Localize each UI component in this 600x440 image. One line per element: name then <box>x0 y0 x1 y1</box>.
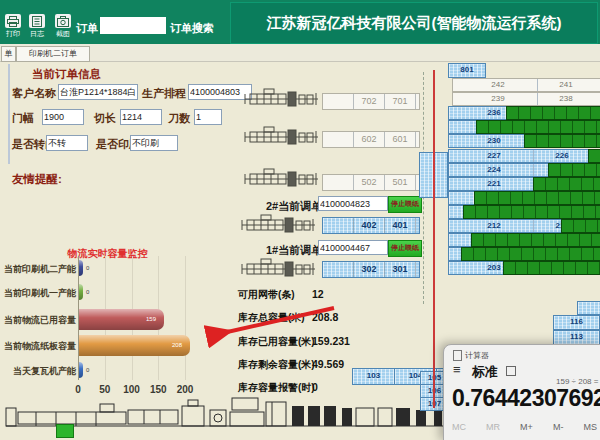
mid-lane-cell: 301 <box>385 262 416 277</box>
print-flag-field[interactable] <box>130 135 178 151</box>
schedule-field[interactable] <box>188 84 252 100</box>
lane-number: 230 <box>477 135 511 146</box>
calculator-result: 0.7644230769230769 <box>452 385 600 412</box>
chart-bar-value: 0 <box>86 265 89 271</box>
storage-lane <box>448 247 600 261</box>
memory-button-mplus[interactable]: M+ <box>520 422 533 432</box>
log-icon[interactable] <box>29 14 45 28</box>
capacity-chart: 物流实时容量监控 050100150200当前印刷机二产能0当前印刷机一产能0当… <box>0 244 238 400</box>
screenshot-icon-glyph <box>57 16 69 27</box>
order-search-button[interactable]: 订单搜索 <box>170 21 214 36</box>
chart-bar-value: 159 <box>146 316 156 322</box>
stored-board-blocks <box>506 106 600 120</box>
memory-button-mc[interactable]: MC <box>452 422 466 432</box>
chart-category-label: 当前印刷机二产能 <box>0 263 76 276</box>
memory-button-mminus[interactable]: M- <box>553 422 564 432</box>
stat-value: 49.569 <box>312 358 344 370</box>
stat-label: 可用网带(条) <box>238 288 295 302</box>
tab-printer1-orders[interactable]: 单 <box>1 46 16 62</box>
turn-field[interactable] <box>46 135 88 151</box>
stored-board-blocks <box>533 177 600 191</box>
corner-lane: 116 <box>553 315 600 330</box>
chart-category-label: 当前物流已用容量 <box>0 314 76 327</box>
lane-number: 103 <box>353 369 394 383</box>
toolbar-group-screenshot[interactable]: 截图 <box>51 14 75 39</box>
mid-lane-row: 602601 <box>322 131 420 148</box>
storage-lane: 224 <box>448 163 600 177</box>
calculator-mode-label[interactable]: 标准 <box>472 363 498 381</box>
tab-printer2-orders[interactable]: 印刷机二订单 <box>16 46 90 62</box>
corner-lane: 103 <box>352 368 395 385</box>
dispatch1-order-field[interactable] <box>318 240 388 255</box>
storage-lane: 230 <box>448 134 600 148</box>
storage-lane: 239238 <box>452 92 600 106</box>
chart-bar <box>79 362 83 378</box>
order-info-header: 当前订单信息 <box>32 67 101 82</box>
stored-board-blocks <box>588 149 600 163</box>
memory-button-mr[interactable]: MR <box>486 422 500 432</box>
calculator-window-title: 计算器 <box>465 350 489 361</box>
reminder-label: 友情提醒: <box>12 172 62 187</box>
stat-value: 12 <box>312 288 324 300</box>
mid-lane-cell: 302 <box>354 262 385 277</box>
keep-on-top-icon[interactable] <box>506 366 516 376</box>
chart-bar <box>79 260 83 276</box>
memory-button-ms[interactable]: MS <box>583 422 597 432</box>
mid-lane-cell: 401 <box>385 218 416 233</box>
lane-number: 221 <box>477 178 511 189</box>
storage-lane: 203 <box>448 261 600 275</box>
stored-board-blocks <box>474 191 600 205</box>
mid-lane-row: 702701 <box>322 93 420 110</box>
chart-category-label: 当前物流纸板容量 <box>0 340 76 353</box>
calculator-memory-row: MCMRM+M-MS <box>452 422 597 432</box>
toolbar-label-log: 日志 <box>25 29 49 39</box>
lane-number: 113 <box>554 331 599 343</box>
screenshot-icon[interactable] <box>55 14 71 28</box>
chart-gridline <box>185 256 186 380</box>
chart-bar <box>79 284 83 300</box>
mid-lane-cell <box>323 262 354 277</box>
stat-value: 208.8 <box>312 311 338 323</box>
schedule-label: 生产排程 <box>142 86 186 101</box>
storage-lane: 221 <box>448 177 600 191</box>
machine-diagram-1 <box>241 256 317 282</box>
chart-bar-value: 0 <box>86 289 89 295</box>
storage-lane: 242241 <box>452 78 600 92</box>
mid-lane-cell <box>323 175 354 190</box>
stored-board-blocks <box>503 261 600 275</box>
mid-lane-cell: 502 <box>354 175 385 190</box>
mid-lane-row: 302301 <box>322 261 420 278</box>
chart-bar-value: 0 <box>86 367 89 373</box>
width-label: 门幅 <box>12 111 34 126</box>
customer-name-field[interactable] <box>58 84 138 100</box>
toolbar-group-log[interactable]: 日志 <box>25 14 49 39</box>
machine-diagram-2 <box>241 212 317 238</box>
dispatch1-stop-button[interactable]: 停止喂纸 <box>388 240 422 257</box>
mid-lane-cell: 501 <box>385 175 416 190</box>
storage-lane <box>448 205 600 219</box>
order-label: 订单 <box>76 21 98 36</box>
dispatch2-order-field[interactable] <box>318 196 388 211</box>
lane-divider <box>533 150 534 162</box>
app-title: 江苏新冠亿科技有限公司(智能物流运行系统) <box>230 2 598 44</box>
chart-category-label: 当前印刷机一产能 <box>0 287 76 300</box>
toolbar-group-print[interactable]: 打印 <box>1 14 25 39</box>
storage-lane <box>448 233 600 247</box>
tab-strip <box>0 44 600 62</box>
hamburger-menu-icon[interactable]: ≡ <box>453 362 461 377</box>
stat-label: 库存剩余容量(米) <box>238 358 315 372</box>
cut-length-field[interactable] <box>120 109 162 125</box>
knife-count-field[interactable] <box>194 109 222 125</box>
print-icon[interactable] <box>5 14 21 28</box>
dispatch2-stop-button[interactable]: 停止喂纸 <box>388 196 422 213</box>
mid-lane-cell <box>323 94 354 109</box>
print-icon-glyph <box>7 16 19 27</box>
calculator-window[interactable]: 计算器 ≡ 标准 159 ÷ 208 = 0.7644230769230769 … <box>443 344 600 440</box>
machine-diagram-5 <box>244 166 320 192</box>
customer-name-label: 客户名称 <box>12 86 56 101</box>
mid-lane-cell: 701 <box>385 94 416 109</box>
storage-lane <box>448 120 600 134</box>
order-search-input[interactable] <box>100 17 166 34</box>
width-field[interactable] <box>42 109 84 125</box>
log-icon-glyph <box>31 16 43 27</box>
